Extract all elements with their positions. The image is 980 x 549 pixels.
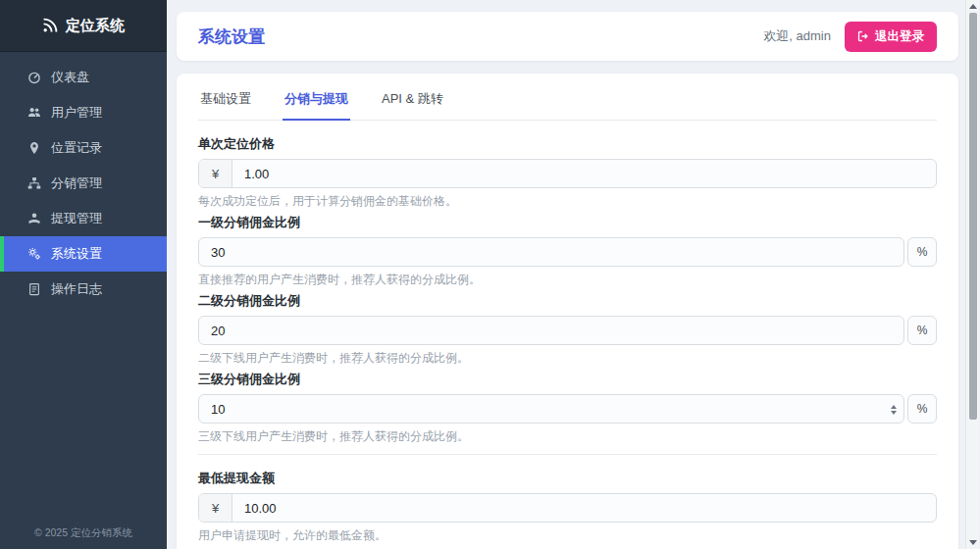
- field-location-price: 单次定位价格 ¥ 每次成功定位后，用于计算分销佣金的基础价格。: [198, 136, 937, 209]
- page-title: 系统设置: [198, 25, 265, 48]
- input-wrap: [198, 316, 904, 345]
- main-area: 系统设置 欢迎, admin 退出登录 基础设置 分销与提现 API & 跳转 …: [177, 0, 958, 549]
- field-level1-commission: 一级分销佣金比例 % 直接推荐的用户产生消费时，推荐人获得的分成比例。: [198, 215, 937, 287]
- location-price-input[interactable]: [232, 160, 936, 187]
- sidebar-item-label: 位置记录: [51, 139, 102, 157]
- page-header: 系统设置 欢迎, admin 退出登录: [177, 12, 958, 61]
- level1-commission-input[interactable]: [199, 238, 903, 266]
- sidebar-nav: 仪表盘 用户管理 位置记录 分销管理: [0, 52, 167, 307]
- scroll-up-arrow[interactable]: [969, 4, 977, 9]
- sidebar-item-label: 操作日志: [51, 280, 102, 298]
- settings-card: 基础设置 分销与提现 API & 跳转 单次定位价格 ¥ 每次成功定位后，用于计…: [177, 74, 958, 549]
- field-level2-commission: 二级分销佣金比例 % 二级下线用户产生消费时，推荐人获得的分成比例。: [198, 293, 937, 366]
- field-label: 二级分销佣金比例: [198, 293, 937, 309]
- field-label: 三级分销佣金比例: [198, 372, 937, 387]
- field-help: 二级下线用户产生消费时，推荐人获得的分成比例。: [198, 351, 937, 366]
- sidebar-item-label: 用户管理: [51, 104, 102, 122]
- gears-icon: [27, 247, 41, 261]
- sidebar-item-label: 提现管理: [51, 210, 102, 227]
- input-wrap: [198, 237, 904, 267]
- satellite-dish-icon: [42, 18, 58, 33]
- sidebar-footer: © 2025 定位分销系统: [0, 526, 167, 540]
- level2-commission-input[interactable]: [199, 317, 903, 344]
- tab-distribution-withdrawal[interactable]: 分销与提现: [283, 87, 350, 121]
- sign-out-icon: [857, 30, 869, 42]
- users-icon: [27, 106, 41, 120]
- sidebar-item-label: 分销管理: [51, 175, 102, 192]
- settings-form: 单次定位价格 ¥ 每次成功定位后，用于计算分销佣金的基础价格。 一级分销佣金比例…: [198, 121, 937, 549]
- log-icon: [27, 282, 41, 296]
- field-min-withdrawal: 最低提现金额 ¥ 用户申请提现时，允许的最低金额。: [198, 471, 937, 543]
- logout-label: 退出登录: [875, 28, 924, 45]
- field-help: 三级下线用户产生消费时，推荐人获得的分成比例。: [198, 429, 937, 444]
- currency-prefix: ¥: [199, 494, 232, 522]
- sidebar-item-withdrawals[interactable]: 提现管理: [0, 201, 167, 236]
- field-label: 单次定位价格: [198, 136, 937, 152]
- sidebar-item-label: 系统设置: [51, 245, 102, 263]
- percent-suffix: %: [907, 316, 937, 345]
- currency-prefix: ¥: [199, 160, 232, 187]
- tab-basic-settings[interactable]: 基础设置: [198, 87, 253, 120]
- sidebar-item-users[interactable]: 用户管理: [0, 95, 167, 130]
- price-input-group: ¥: [198, 159, 937, 188]
- sidebar: 定位系统 仪表盘 用户管理 位置记录: [0, 0, 167, 549]
- map-marker-icon: [27, 141, 41, 155]
- hand-coin-icon: [27, 212, 41, 225]
- header-right: 欢迎, admin 退出登录: [763, 22, 937, 52]
- sidebar-item-settings[interactable]: 系统设置: [0, 236, 167, 272]
- sitemap-icon: [27, 176, 41, 190]
- field-label: 最低提现金额: [198, 471, 937, 486]
- field-help: 用户申请提现时，允许的最低金额。: [198, 528, 937, 543]
- input-wrap: [198, 394, 904, 424]
- level3-commission-input[interactable]: [199, 395, 903, 423]
- scrollbar-thumb[interactable]: [969, 13, 977, 420]
- logout-button[interactable]: 退出登录: [845, 22, 937, 52]
- tab-bar: 基础设置 分销与提现 API & 跳转: [198, 87, 937, 121]
- percent-suffix: %: [907, 237, 937, 267]
- welcome-text: 欢迎, admin: [763, 27, 831, 45]
- vertical-scrollbar[interactable]: [965, 0, 979, 549]
- dashboard-icon: [27, 71, 41, 84]
- sidebar-item-distribution[interactable]: 分销管理: [0, 166, 167, 201]
- tab-api-redirect[interactable]: API & 跳转: [380, 87, 445, 120]
- field-help: 直接推荐的用户产生消费时，推荐人获得的分成比例。: [198, 273, 937, 287]
- sidebar-item-dashboard[interactable]: 仪表盘: [0, 60, 167, 95]
- field-help: 每次成功定位后，用于计算分销佣金的基础价格。: [198, 194, 937, 209]
- section-divider: [198, 454, 937, 455]
- sidebar-item-logs[interactable]: 操作日志: [0, 272, 167, 307]
- app-title: 定位系统: [66, 17, 125, 35]
- sidebar-item-location-records[interactable]: 位置记录: [0, 130, 167, 166]
- field-level3-commission: 三级分销佣金比例 % 三级下线用户产生消费时，推荐人获得的分成比例。: [198, 372, 937, 444]
- field-label: 一级分销佣金比例: [198, 215, 937, 230]
- amount-input-group: ¥: [198, 493, 937, 523]
- scroll-down-arrow[interactable]: [969, 540, 977, 545]
- sidebar-item-label: 仪表盘: [51, 69, 89, 86]
- percent-suffix: %: [907, 394, 937, 424]
- app-logo: 定位系统: [0, 0, 167, 52]
- min-withdrawal-input[interactable]: [232, 494, 936, 522]
- number-stepper[interactable]: [891, 395, 897, 424]
